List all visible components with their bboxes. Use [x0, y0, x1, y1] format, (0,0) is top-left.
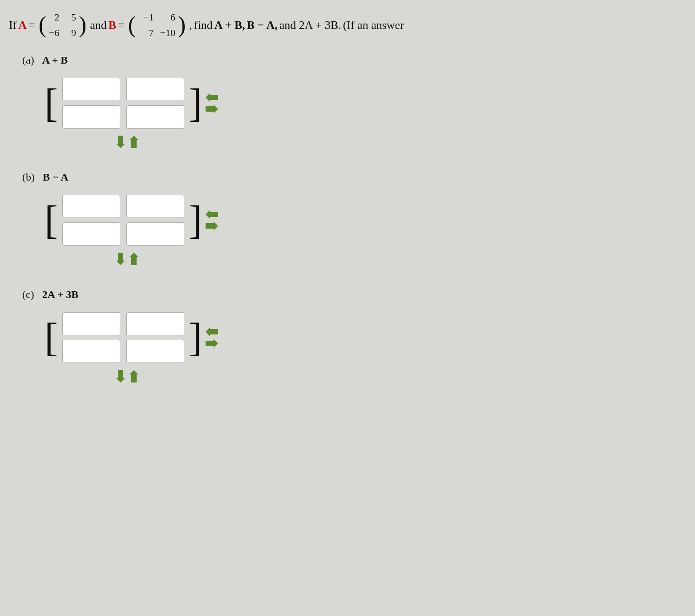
svg-marker-10	[116, 370, 125, 382]
b-r2c2: −10	[160, 25, 175, 40]
part-a-section: (a) A + B	[9, 54, 686, 149]
part-a-label: (a) A + B	[22, 54, 686, 66]
svg-marker-5	[206, 221, 218, 230]
part-a-arrow-right-btn[interactable]	[206, 104, 218, 114]
part-c-arrow-right-btn[interactable]	[206, 338, 218, 348]
a-r1c1: 2	[49, 10, 59, 24]
matrix-a-left-bracket: (	[39, 13, 46, 36]
part-c-input-container	[44, 309, 686, 383]
svg-marker-9	[206, 339, 218, 348]
part-a-left-arrow-icon	[206, 93, 218, 102]
equals-1: =	[28, 16, 35, 34]
part-a-expr: A + B	[42, 54, 68, 66]
part-a-down-arrow-icon	[116, 136, 125, 148]
part-b-arrow-up-btn[interactable]	[129, 253, 139, 266]
svg-marker-7	[129, 253, 138, 265]
matrix-a-display: ( 2 5 −6 9 )	[39, 9, 87, 41]
matrix-b-display: ( −1 6 7 −10 )	[128, 9, 186, 41]
matrix-b-right-bracket: )	[178, 13, 186, 36]
part-a-right-bracket	[189, 83, 202, 123]
expr3-text: and 2A + 3B.	[279, 16, 341, 34]
part-a-r2c1-input[interactable]	[62, 105, 120, 129]
a-r2c2: 9	[66, 25, 76, 40]
matrix-a-values: 2 5 −6 9	[46, 9, 79, 41]
part-b-arrow-right-btn[interactable]	[206, 221, 218, 231]
part-c-right-bracket	[189, 318, 202, 358]
svg-marker-8	[206, 327, 218, 336]
b-r1c1: −1	[138, 10, 154, 24]
part-b-right-bracket	[189, 200, 202, 240]
part-b-r1c1-input[interactable]	[62, 195, 120, 218]
part-c-right-arrow-icon	[206, 338, 218, 348]
matrix-b-values: −1 6 7 −10	[136, 9, 178, 41]
part-b-r2c1-input[interactable]	[62, 222, 120, 246]
part-a-arrow-left-btn[interactable]	[206, 93, 218, 102]
part-c-r2c2-input[interactable]	[126, 340, 184, 363]
part-a-r1c1-input[interactable]	[62, 78, 120, 101]
part-b-down-arrow-icon	[116, 253, 125, 265]
part-b-right-arrows	[206, 209, 218, 231]
expr2-text: B − A,	[247, 16, 278, 34]
b-r2c1: 7	[138, 25, 154, 40]
b-r1c2: 6	[160, 10, 175, 24]
matrix-b-left-bracket: (	[128, 13, 136, 36]
part-c-arrow-left-btn[interactable]	[206, 327, 218, 337]
expr1-text: A + B,	[214, 16, 245, 34]
svg-marker-4	[206, 210, 218, 219]
part-c-label: (c) 2A + 3B	[22, 289, 686, 301]
part-a-r1c2-input[interactable]	[126, 78, 184, 101]
suffix-text: (If an answer	[343, 16, 404, 34]
find-text: find	[194, 16, 213, 34]
part-a-right-arrows	[206, 93, 218, 114]
part-b-matrix-wrapper	[44, 191, 218, 249]
svg-marker-11	[129, 370, 138, 382]
part-b-bottom-arrows	[116, 253, 139, 266]
matrix-a-label: A	[18, 16, 27, 34]
a-r1c2: 5	[66, 10, 76, 24]
part-b-r1c2-input[interactable]	[126, 195, 184, 218]
part-b-input-grid	[58, 191, 189, 249]
part-c-r1c1-input[interactable]	[62, 312, 120, 335]
part-c-arrow-down-btn[interactable]	[116, 370, 125, 383]
part-b-r2c2-input[interactable]	[126, 222, 184, 246]
part-c-input-grid	[58, 309, 189, 366]
part-c-right-arrows	[206, 327, 218, 348]
part-a-r2c2-input[interactable]	[126, 105, 184, 129]
part-b-section: (b) B − A	[9, 171, 686, 266]
part-c-section: (c) 2A + 3B	[9, 289, 686, 383]
matrix-a-right-bracket: )	[79, 13, 86, 36]
part-b-expr: B − A	[43, 171, 69, 183]
part-b-left-arrow-icon	[206, 209, 218, 219]
part-c-arrow-up-btn[interactable]	[129, 370, 139, 383]
part-a-arrow-down-btn[interactable]	[116, 136, 125, 149]
part-a-matrix-wrapper	[44, 74, 218, 132]
part-c-up-arrow-icon	[129, 370, 139, 382]
svg-marker-2	[116, 136, 125, 148]
part-c-down-arrow-icon	[116, 370, 125, 382]
matrix-b-label: B	[109, 16, 116, 34]
svg-marker-3	[129, 136, 138, 148]
problem-statement: If A = ( 2 5 −6 9 ) and B = ( −1 6 7 −10…	[9, 9, 686, 41]
part-c-r1c2-input[interactable]	[126, 312, 184, 335]
part-a-input-grid	[58, 74, 189, 132]
part-b-input-container	[44, 191, 686, 266]
if-text: If	[9, 16, 16, 34]
part-c-matrix-wrapper	[44, 309, 218, 366]
part-b-up-arrow-icon	[129, 253, 139, 265]
part-b-arrow-down-btn[interactable]	[116, 253, 125, 266]
part-a-up-arrow-icon	[129, 136, 139, 148]
part-a-arrow-up-btn[interactable]	[129, 136, 139, 149]
part-b-arrow-left-btn[interactable]	[206, 209, 218, 219]
part-c-expr: 2A + 3B	[42, 289, 79, 300]
part-c-left-bracket	[44, 318, 58, 358]
part-c-left-arrow-icon	[206, 327, 218, 337]
svg-marker-6	[116, 253, 125, 265]
equals-2: =	[118, 16, 125, 34]
part-b-right-arrow-icon	[206, 221, 218, 231]
and-text: and	[90, 16, 107, 34]
svg-marker-0	[206, 93, 218, 102]
part-a-input-container	[44, 74, 686, 149]
part-a-right-arrow-icon	[206, 104, 218, 114]
part-c-r2c1-input[interactable]	[62, 340, 120, 363]
part-a-left-bracket	[44, 83, 58, 123]
